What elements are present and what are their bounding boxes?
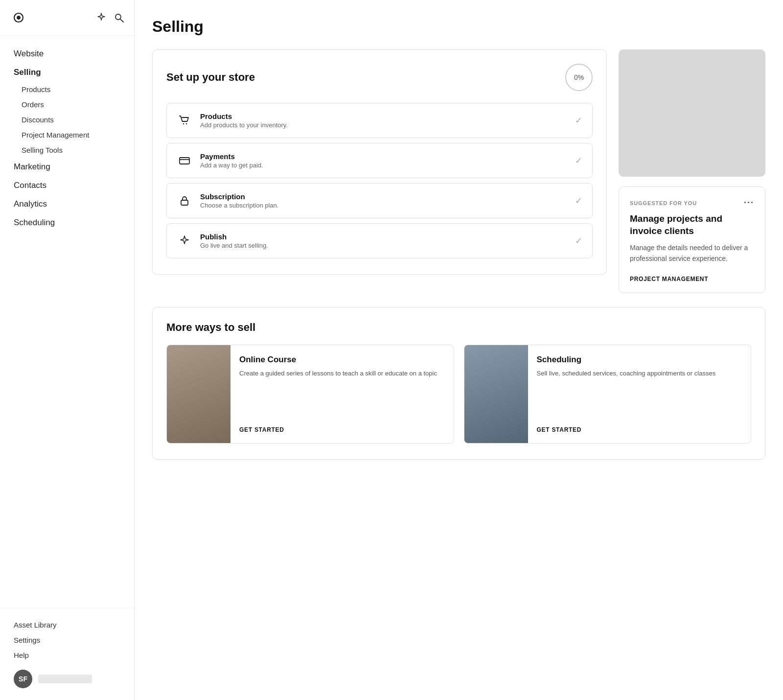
svg-point-1 [115, 14, 121, 20]
setup-item-publish-text: Publish Go live and start selling. [200, 233, 567, 249]
banner-placeholder [619, 49, 765, 177]
setup-item-publish-desc: Go live and start selling. [200, 242, 567, 249]
more-ways-section: More ways to sell Online Course Create a… [152, 307, 765, 460]
online-course-title: Online Course [239, 355, 437, 365]
top-row: Set up your store 0% Products Add produc… [152, 49, 765, 293]
more-card-online-course[interactable]: Online Course Create a guided series of … [166, 345, 454, 443]
setup-item-subscription[interactable]: Subscription Choose a subscription plan.… [166, 183, 593, 218]
sidebar-item-contacts[interactable]: Contacts [0, 176, 134, 195]
svg-point-4 [186, 123, 187, 124]
online-course-image [167, 345, 230, 443]
svg-point-3 [183, 123, 184, 124]
sidebar: Website Selling Products Orders Discount… [0, 0, 135, 700]
online-course-desc: Create a guided series of lessons to tea… [239, 369, 437, 378]
check-icon: ✓ [575, 115, 582, 126]
scheduling-title: Scheduling [537, 355, 716, 365]
avatar[interactable]: SF [14, 670, 32, 688]
user-info-placeholder [38, 675, 92, 683]
setup-item-subscription-text: Subscription Choose a subscription plan. [200, 192, 567, 209]
online-course-body: Online Course Create a guided series of … [230, 345, 446, 443]
sidebar-sub-item-products[interactable]: Products [0, 82, 134, 97]
setup-card-header: Set up your store 0% [166, 64, 593, 91]
setup-item-publish[interactable]: Publish Go live and start selling. ✓ [166, 223, 593, 258]
sidebar-item-selling[interactable]: Selling [0, 63, 134, 82]
lock-icon [177, 193, 192, 209]
setup-item-products-desc: Add products to your inventory. [200, 121, 567, 129]
page-title: Selling [152, 18, 765, 36]
scheduling-image [464, 345, 528, 443]
sparkle-icon [177, 233, 192, 249]
sidebar-header [0, 0, 134, 36]
sidebar-sub-item-project-management[interactable]: Project Management [0, 127, 134, 142]
suggested-desc: Manage the details needed to deliver a p… [630, 243, 754, 264]
sidebar-sub-item-selling-tools[interactable]: Selling Tools [0, 142, 134, 158]
sidebar-bottom: Asset Library Settings Help SF [0, 608, 134, 700]
setup-item-payments-desc: Add a way to get paid. [200, 162, 567, 169]
setup-item-products[interactable]: Products Add products to your inventory.… [166, 103, 593, 138]
search-icon[interactable] [114, 12, 124, 23]
scheduling-get-started-link[interactable]: GET STARTED [537, 426, 716, 433]
check-icon: ✓ [575, 195, 582, 206]
setup-item-publish-label: Publish [200, 233, 567, 241]
suggested-card: SUGGESTED FOR YOU ··· Manage projects an… [619, 187, 765, 293]
svg-line-2 [120, 19, 123, 22]
more-card-scheduling[interactable]: Scheduling Sell live, scheduled services… [464, 345, 752, 443]
main-content: Selling Set up your store 0% Products [135, 0, 783, 700]
banner-image [619, 49, 765, 177]
suggested-title: Manage projects and invoice clients [630, 213, 754, 237]
setup-item-payments[interactable]: Payments Add a way to get paid. ✓ [166, 143, 593, 178]
setup-card-title: Set up your store [166, 71, 255, 84]
more-ways-title: More ways to sell [166, 321, 751, 334]
setup-item-products-text: Products Add products to your inventory. [200, 112, 567, 129]
sidebar-item-website[interactable]: Website [0, 45, 134, 63]
cart-icon [177, 113, 192, 128]
scheduling-image-placeholder [464, 345, 528, 443]
check-icon: ✓ [575, 235, 582, 246]
check-icon: ✓ [575, 155, 582, 166]
sidebar-user-row: SF [14, 670, 120, 688]
setup-item-subscription-label: Subscription [200, 192, 567, 201]
squarespace-logo-icon[interactable] [10, 9, 27, 26]
sidebar-sub-item-discounts[interactable]: Discounts [0, 112, 134, 127]
suggested-link[interactable]: PROJECT MANAGEMENT [630, 276, 708, 282]
suggested-label: SUGGESTED FOR YOU ··· [630, 198, 754, 208]
suggested-label-text: SUGGESTED FOR YOU [630, 200, 697, 206]
more-cards-list: Online Course Create a guided series of … [166, 345, 751, 443]
scheduling-desc: Sell live, scheduled services, coaching … [537, 369, 716, 378]
scheduling-body: Scheduling Sell live, scheduled services… [528, 345, 725, 443]
progress-circle: 0% [565, 64, 593, 91]
sidebar-settings-link[interactable]: Settings [14, 632, 120, 648]
right-panel: SUGGESTED FOR YOU ··· Manage projects an… [619, 49, 765, 293]
sidebar-sub-item-orders[interactable]: Orders [0, 97, 134, 112]
setup-item-payments-text: Payments Add a way to get paid. [200, 152, 567, 169]
sidebar-item-scheduling[interactable]: Scheduling [0, 213, 134, 232]
ai-sparkle-icon[interactable] [96, 12, 107, 23]
setup-item-subscription-desc: Choose a subscription plan. [200, 202, 567, 209]
svg-rect-7 [181, 200, 188, 205]
sidebar-asset-library-link[interactable]: Asset Library [14, 617, 120, 632]
setup-item-payments-label: Payments [200, 152, 567, 161]
sidebar-help-link[interactable]: Help [14, 648, 120, 663]
sidebar-nav: Website Selling Products Orders Discount… [0, 36, 134, 608]
online-course-image-placeholder [167, 345, 230, 443]
sidebar-item-analytics[interactable]: Analytics [0, 195, 134, 213]
svg-rect-5 [180, 158, 189, 164]
payment-icon [177, 153, 192, 168]
sidebar-item-marketing[interactable]: Marketing [0, 158, 134, 176]
setup-item-products-label: Products [200, 112, 567, 120]
more-options-button[interactable]: ··· [744, 198, 754, 208]
setup-card: Set up your store 0% Products Add produc… [152, 49, 607, 275]
online-course-get-started-link[interactable]: GET STARTED [239, 426, 437, 433]
